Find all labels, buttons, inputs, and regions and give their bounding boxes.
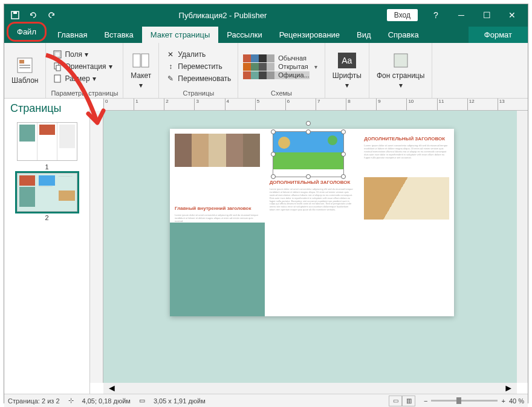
status-coords: 4,05; 0,18 дюйм [82, 397, 131, 405]
template-icon [15, 56, 34, 75]
book-image [364, 177, 449, 220]
margins-button[interactable]: Поля ▾ [51, 49, 114, 60]
fonts-icon: Aa [337, 51, 357, 70]
svg-rect-5 [19, 67, 30, 68]
titlebar: Публикация2 - Publisher Вход ? ─ ☐ ✕ [4, 4, 528, 26]
template-button[interactable]: Шаблон [9, 54, 41, 86]
svg-rect-13 [394, 54, 407, 67]
handle-ne[interactable] [341, 129, 346, 134]
scheme-open[interactable]: Открытая [243, 63, 309, 71]
orientation-icon [53, 62, 62, 71]
view-single[interactable]: ▭ [389, 396, 402, 406]
handle-w[interactable] [271, 152, 276, 157]
rename-page-button[interactable]: ✎Переименовать [164, 73, 233, 84]
undo-icon[interactable] [26, 8, 41, 22]
handle-se[interactable] [341, 174, 346, 179]
group-page-params: Поля ▾ Ориентация ▾ Размер ▾ Параметры с… [46, 43, 123, 98]
zoom-in[interactable]: + [501, 397, 505, 405]
zoom-value[interactable]: 40 % [509, 397, 524, 405]
svg-rect-11 [133, 54, 140, 67]
svg-rect-1 [13, 11, 17, 14]
view-spread[interactable]: ▥ [402, 396, 415, 406]
orientation-button[interactable]: Ориентация ▾ [51, 61, 114, 72]
login-button[interactable]: Вход [387, 9, 418, 21]
workspace: Страницы 1 ──────── ──────── 2 012345678… [4, 99, 528, 394]
redo-icon[interactable] [44, 8, 59, 22]
scrollbar-vertical[interactable] [517, 111, 528, 383]
group-background: Фон страницы ▾ [369, 43, 432, 98]
tab-view[interactable]: Вид [348, 27, 380, 43]
tab-mailings[interactable]: Рассылки [218, 27, 270, 43]
canvas-area: 012345678910111213 Главный внутренний за… [90, 99, 528, 394]
scheme-normal[interactable]: Обычная [243, 54, 309, 62]
panel-title: Страницы [4, 99, 89, 119]
position-icon: ⊹ [68, 397, 74, 405]
tab-insert[interactable]: Вставка [96, 27, 141, 43]
fonts-button[interactable]: Aa Шрифты ▾ [330, 50, 364, 91]
template-label: Шаблон [11, 76, 38, 85]
ruler-horizontal: 012345678910111213 [103, 99, 528, 111]
page-thumbnail-1[interactable] [17, 122, 77, 161]
zoom-out[interactable]: − [424, 397, 427, 405]
background-icon [391, 51, 410, 70]
tab-format[interactable]: Формат [469, 27, 528, 43]
ribbon: Шаблон Поля ▾ Ориентация ▾ Размер ▾ Пара… [4, 43, 528, 99]
delete-icon: ✕ [166, 50, 175, 59]
page-thumbnail-2[interactable]: ──────── ──────── [17, 173, 77, 212]
svg-rect-9 [56, 65, 60, 71]
statusbar: Страница: 2 из 2 ⊹ 4,05; 0,18 дюйм ▭ 3,0… [4, 394, 528, 407]
svg-rect-4 [19, 65, 30, 66]
tab-review[interactable]: Рецензирование [271, 27, 348, 43]
svg-rect-3 [19, 60, 24, 63]
save-icon[interactable] [8, 8, 22, 22]
status-page: Страница: 2 из 2 [8, 397, 60, 405]
handle-e[interactable] [341, 152, 346, 157]
schemes-label: Схемы [243, 88, 319, 97]
group-pages: ✕Удалить ↕Переместить ✎Переименовать Стр… [159, 43, 238, 98]
size-button[interactable]: Размер ▾ [51, 73, 114, 84]
page-params-label: Параметры страницы [51, 88, 118, 97]
pages-group-label: Страницы [164, 88, 233, 97]
pages-panel: Страницы 1 ──────── ──────── 2 [4, 99, 90, 394]
status-size: 3,05 x 1,91 дюйм [154, 397, 206, 405]
scheme-official[interactable]: Официа... [243, 71, 309, 79]
library-image [175, 134, 260, 167]
schemes-more[interactable]: ▾ [312, 63, 320, 70]
tab-help[interactable]: Справка [380, 27, 427, 43]
group-template: Шаблон [4, 43, 46, 98]
quick-access-toolbar [8, 8, 59, 22]
tab-page-layout[interactable]: Макет страницы [142, 27, 219, 43]
canvas[interactable]: Главный внутренний заголовок Lorem ipsum… [103, 111, 517, 383]
column-1: Главный внутренний заголовок Lorem ipsum… [170, 129, 265, 316]
rotation-handle[interactable] [306, 121, 311, 126]
ruler-vertical [90, 111, 103, 383]
delete-page-button[interactable]: ✕Удалить [164, 49, 233, 60]
handle-nw[interactable] [271, 129, 276, 134]
minimize-icon[interactable]: ─ [449, 7, 473, 24]
move-page-button[interactable]: ↕Переместить [164, 61, 233, 72]
svg-rect-10 [54, 75, 60, 82]
layout-button[interactable]: Макет ▾ [128, 50, 154, 91]
maximize-icon[interactable]: ☐ [475, 7, 499, 24]
size-icon [53, 74, 62, 83]
app-window: Публикация2 - Publisher Вход ? ─ ☐ ✕ Фай… [4, 4, 528, 403]
close-icon[interactable]: ✕ [500, 7, 524, 24]
help-icon[interactable]: ? [424, 7, 448, 24]
ribbon-tabs: Файл Главная Вставка Макет страницы Расс… [4, 26, 528, 43]
rename-icon: ✎ [166, 74, 175, 83]
selected-image[interactable] [273, 131, 344, 177]
scrollbar-horizontal[interactable]: ◄► [103, 383, 517, 394]
svg-rect-12 [141, 54, 149, 67]
size-icon: ▭ [139, 397, 145, 405]
layout-icon [131, 51, 151, 70]
tab-home[interactable]: Главная [49, 27, 96, 43]
tab-file[interactable]: Файл [7, 22, 47, 42]
handle-sw[interactable] [271, 174, 276, 179]
background-button[interactable]: Фон страницы ▾ [374, 50, 427, 91]
column-3: ДОПОЛНИТЕЛЬНЫЙ ЗАГОЛОВОК Lorem ipsum dol… [359, 129, 454, 316]
group-schemes: Обычная Открытая Официа... ▾ Схемы [238, 43, 325, 98]
group-layout: Макет ▾ [123, 43, 159, 98]
zoom-slider[interactable] [431, 400, 498, 402]
handle-s[interactable] [306, 174, 311, 179]
handle-n[interactable] [306, 129, 311, 134]
